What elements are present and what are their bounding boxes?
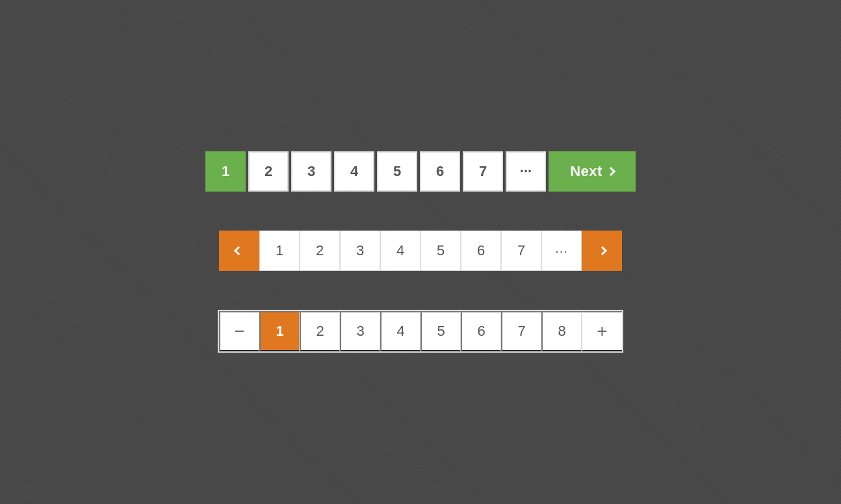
page3-3-btn[interactable]: 3 [340,311,380,351]
chevron-right2-icon [598,246,607,255]
page-1-btn[interactable]: 1 [205,151,246,192]
page3-6-btn[interactable]: 6 [461,311,501,351]
page-4-btn[interactable]: 4 [334,151,374,192]
page-ellipsis-btn[interactable]: ··· [506,151,546,192]
page2-3-btn[interactable]: 3 [340,231,380,271]
page3-7-btn[interactable]: 7 [501,311,541,351]
page3-2-btn[interactable]: 2 [300,311,340,351]
page2-5-btn[interactable]: 5 [420,231,461,271]
page2-2-btn[interactable]: 2 [300,231,340,271]
page3-5-btn[interactable]: 5 [420,311,461,351]
prev-button[interactable] [219,231,259,271]
page2-1-btn[interactable]: 1 [259,231,300,271]
page2-ellipsis-btn[interactable]: ··· [541,231,582,271]
chevron-right-icon [606,167,615,176]
page2-6-btn[interactable]: 6 [461,231,501,271]
page-5-btn[interactable]: 5 [377,151,417,192]
page2-4-btn[interactable]: 4 [380,231,420,271]
next-button[interactable]: Next [549,151,636,192]
page-3-btn[interactable]: 3 [291,151,331,192]
next2-button[interactable] [582,231,622,271]
page3-1-btn[interactable]: 1 [259,311,300,351]
next-label: Next [570,163,602,180]
plus-button[interactable]: + [582,311,622,351]
pagination-green: 1 2 3 4 5 6 7 ··· Next [204,151,637,192]
minus-button[interactable]: − [219,311,259,351]
page3-4-btn[interactable]: 4 [380,311,420,351]
chevron-left-icon [234,246,243,255]
pagination-orange-nav: 1 2 3 4 5 6 7 ··· [219,231,622,271]
pagination-minus-plus: − 1 2 3 4 5 6 7 8 + [218,310,623,353]
page2-7-btn[interactable]: 7 [501,231,541,271]
page-2-btn[interactable]: 2 [248,151,289,192]
page3-8-btn[interactable]: 8 [541,311,582,351]
page-6-btn[interactable]: 6 [420,151,460,192]
page-7-btn[interactable]: 7 [463,151,503,192]
